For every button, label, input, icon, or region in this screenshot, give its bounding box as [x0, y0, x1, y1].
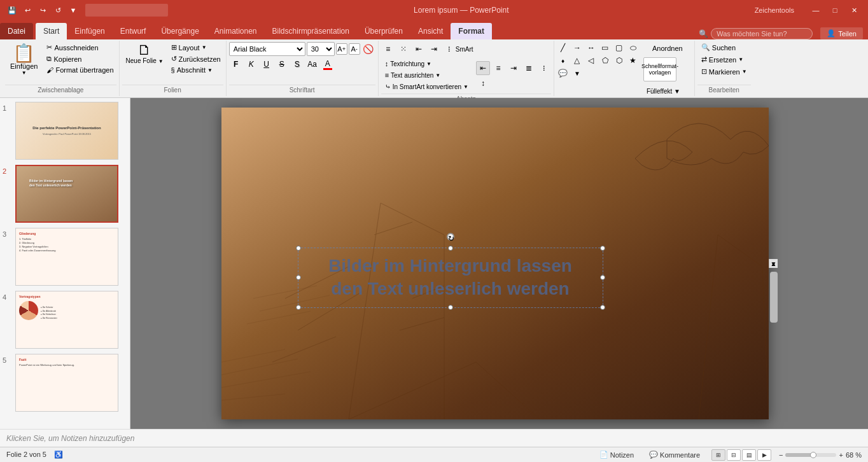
align-center-button[interactable]: ≡ [491, 61, 505, 75]
tab-uebergaenge[interactable]: Übergänge [153, 23, 206, 39]
slide-img-4[interactable]: Vortragstypen ● Der Schreier ● Der Ablen… [15, 291, 118, 349]
underline-button[interactable]: U [260, 57, 274, 71]
save-button[interactable]: 💾 [5, 3, 19, 17]
close-button[interactable]: ✕ [845, 3, 863, 17]
restore-button[interactable]: □ [826, 3, 844, 17]
paste-dropdown[interactable]: ▼ [22, 70, 27, 76]
share-button[interactable]: 👤 Teilen [820, 27, 863, 39]
pentagon-shape[interactable]: ⬠ [599, 55, 612, 66]
zoom-slider[interactable] [785, 453, 836, 457]
slide-thumbnail-3[interactable]: 3 Gliederung 1. Titelfolie2. Gliederung3… [3, 228, 127, 286]
smartart-button[interactable]: SmArt [458, 42, 472, 56]
tab-bildschirm[interactable]: Bildschirmpräsentation [265, 23, 357, 39]
handle-tr[interactable] [600, 246, 605, 251]
bold-button[interactable]: F [229, 57, 243, 71]
markieren-button[interactable]: ⊡ Markieren ▼ [697, 66, 751, 77]
char-spacing-button[interactable]: Aa [305, 57, 319, 71]
tab-datei[interactable]: Datei [0, 23, 33, 39]
diamond-shape[interactable]: ⬧ [557, 55, 570, 66]
slide-thumbnail-2[interactable]: 2 Bilder im Hintergrund lassen den Text … [3, 165, 127, 223]
normal-view-button[interactable]: ⊞ [711, 449, 725, 461]
font-size-select[interactable]: 30 [307, 42, 335, 56]
rtriangle-shape[interactable]: ◁ [585, 55, 598, 66]
decrease-font-button[interactable]: A- [349, 43, 360, 55]
handle-bm[interactable] [448, 305, 453, 310]
slide-sorter-button[interactable]: ⊟ [727, 449, 741, 461]
line-shape[interactable]: ╱ [557, 42, 570, 53]
customize-qat-button[interactable]: ▼ [66, 3, 80, 17]
textrichtung-button[interactable]: ↕ Textrichtung ▼ [381, 59, 472, 69]
smartart-convert-button[interactable]: ⤷ In SmartArt konvertieren ▼ [381, 81, 472, 92]
tab-einfuegen[interactable]: Einfügen [67, 23, 112, 39]
zuruecksetzen-button[interactable]: ↺ Zurücksetzen [169, 53, 223, 64]
increase-indent-button[interactable]: ⇥ [427, 42, 441, 56]
numbering-button[interactable]: ⁙ [396, 42, 410, 56]
text-ausrichten-button[interactable]: ≡ Text ausrichten ▼ [381, 70, 472, 80]
vertical-scrollbar[interactable]: ▲ ▼ [769, 259, 778, 268]
neue-folie-button[interactable]: 🗋 Neue Folie ▼ [122, 42, 167, 66]
slide-img-2[interactable]: Bilder im Hintergrund lassen den Text un… [15, 165, 118, 223]
tab-animationen[interactable]: Animationen [207, 23, 265, 39]
layout-button[interactable]: ⊞ Layout ▼ [169, 42, 223, 53]
column-gap-button[interactable]: ⫶ [442, 42, 456, 56]
align-right-button[interactable]: ⇥ [507, 61, 521, 75]
ribbon-search-input[interactable] [711, 28, 813, 39]
canvas-text[interactable]: Bilder im Hintergrund lassen den Text un… [305, 255, 596, 301]
arrow-shape[interactable]: → [571, 42, 584, 53]
scrollbar-thumb[interactable] [770, 272, 778, 323]
handle-ml[interactable] [296, 275, 301, 280]
rotate-handle[interactable]: ↻ [447, 233, 454, 241]
notizen-button[interactable]: 📄 Notizen [596, 449, 638, 460]
abschnitt-button[interactable]: § Abschnitt ▼ [169, 65, 223, 75]
font-family-select[interactable]: Arial Black [229, 42, 305, 56]
undo-button[interactable]: ↩ [20, 3, 34, 17]
reading-view-button[interactable]: ▤ [742, 449, 756, 461]
anordnen-button[interactable]: Anordnen [643, 42, 692, 55]
oval-shape[interactable]: ⬭ [627, 42, 640, 53]
line-spacing-button[interactable]: ↕ [476, 76, 490, 90]
ersetzen-button[interactable]: ⇄ Ersetzen ▼ [697, 54, 751, 65]
tab-format[interactable]: Format [451, 23, 492, 39]
slide-img-5[interactable]: Fazit PowerPoint ist ein Werkzeug und ke… [15, 354, 118, 412]
zoom-thumb[interactable] [810, 452, 816, 458]
schnellformat-button[interactable]: Schnellformat- vorlagen [643, 57, 676, 81]
callout-shape[interactable]: 💬 [557, 67, 570, 79]
shadow-button[interactable]: S [290, 57, 304, 71]
italic-button[interactable]: K [244, 57, 258, 71]
rect-shape[interactable]: ▭ [599, 42, 612, 53]
tab-entwurf[interactable]: Entwurf [113, 23, 154, 39]
tab-ueberpruefen[interactable]: Überprüfen [357, 23, 410, 39]
font-color-button[interactable]: A [321, 57, 335, 71]
notes-bar[interactable]: Klicken Sie, um Notizen hinzuzufügen [0, 429, 868, 447]
kommentare-button[interactable]: 💬 Kommentare [645, 449, 704, 460]
star-shape[interactable]: ★ [627, 55, 640, 66]
slide-canvas[interactable]: ↻ Bilder im Hintergrund lassen den Text … [221, 108, 769, 419]
decrease-indent-button[interactable]: ⇤ [412, 42, 426, 56]
minimize-button[interactable]: — [807, 3, 825, 17]
slide-thumbnail-1[interactable]: 1 Die perfekte PowerPoint-Präsentation V… [3, 102, 127, 160]
paste-button[interactable]: 📋 Einfügen ▼ [5, 42, 43, 78]
tab-start[interactable]: Start [36, 23, 67, 39]
dbl-arrow-shape[interactable]: ↔ [585, 42, 598, 53]
align-left-button[interactable]: ⇤ [476, 61, 490, 75]
clear-format-button[interactable]: 🚫 [361, 42, 375, 56]
hexagon-shape[interactable]: ⬡ [613, 55, 626, 66]
bullets-button[interactable]: ≡ [381, 42, 395, 56]
triangle-shape[interactable]: △ [571, 55, 584, 66]
zoom-plus-button[interactable]: + [839, 451, 843, 459]
suchen-button[interactable]: 🔍 Suchen [697, 42, 751, 53]
handle-br[interactable] [600, 305, 605, 310]
repeat-button[interactable]: ↺ [51, 3, 65, 17]
handle-tl[interactable] [296, 246, 301, 251]
strikethrough-button[interactable]: S [275, 57, 289, 71]
scroll-down-button[interactable]: ▼ [769, 259, 778, 268]
tab-ansicht[interactable]: Ansicht [410, 23, 451, 39]
justify-button[interactable]: ≣ [522, 61, 536, 75]
handle-tm[interactable] [448, 246, 453, 251]
handle-bl[interactable] [296, 305, 301, 310]
notes-placeholder[interactable]: Klicken Sie, um Notizen hinzuzufügen [6, 434, 134, 443]
more-shapes-btn[interactable]: ▼ [571, 67, 584, 79]
redo-button[interactable]: ↪ [36, 3, 50, 17]
copy-button[interactable]: ⧉ Kopieren [44, 53, 116, 64]
slide-img-1[interactable]: Die perfekte PowerPoint-Präsentation Vor… [15, 102, 118, 160]
